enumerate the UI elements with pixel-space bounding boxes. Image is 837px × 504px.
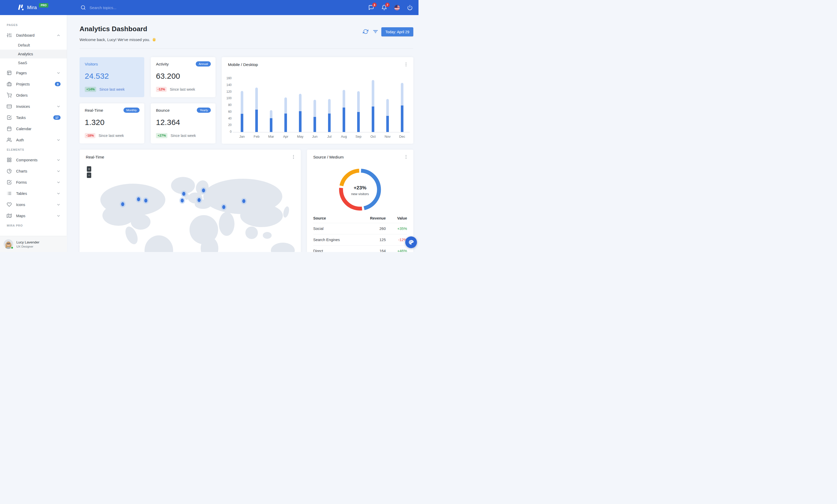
sidebar-item-components[interactable]: Components (0, 154, 67, 166)
calendar-icon (7, 126, 12, 131)
messages-count-badge: 3 (372, 3, 377, 7)
sidebar-item-label: Maps (16, 214, 25, 218)
bar-mobile-segment (328, 114, 331, 132)
check-square-icon (7, 180, 12, 185)
sidebar-item-projects[interactable]: Projects8 (0, 78, 67, 90)
source-cell: Search Engines (313, 238, 361, 242)
stat-title: Bounce (156, 108, 170, 113)
map-visitor-dot[interactable] (198, 198, 201, 202)
chevron-down-icon (56, 203, 60, 207)
bar-mobile-segment (284, 114, 287, 132)
map-visitor-dot[interactable] (182, 192, 185, 195)
bar-jul[interactable] (328, 99, 331, 132)
header-divider (79, 48, 413, 49)
sidebar-user[interactable]: Lucy Lavender UX Designer (0, 236, 67, 252)
stat-card-visitors: Visitors24.532+14%Since last week (79, 57, 144, 97)
kebab-menu-icon[interactable] (404, 62, 409, 67)
kebab-menu-icon[interactable] (404, 154, 409, 160)
map-visitor-dot[interactable] (181, 199, 184, 202)
map-zoom-in-button[interactable]: + (87, 166, 91, 172)
bar-oct[interactable] (372, 80, 374, 132)
stat-change-chip: -18% (85, 133, 95, 138)
map-visitor-dot[interactable] (222, 205, 225, 209)
sidebar-item-label: Tables (16, 191, 27, 195)
chevron-down-icon (56, 191, 60, 195)
map-visitor-dot[interactable] (242, 199, 245, 203)
sidebar-item-badge: 8 (55, 82, 60, 86)
sidebar-item-calendar[interactable]: Calendar (0, 123, 67, 134)
sidebar-item-forms[interactable]: Forms (0, 177, 67, 188)
kebab-menu-icon[interactable] (291, 154, 296, 160)
bar-mobile-segment (372, 107, 374, 132)
y-axis-tick: 40 (222, 117, 232, 120)
date-range-button[interactable]: Today: April 29 (381, 27, 413, 36)
sidebar-subitem-analytics[interactable]: Analytics (0, 50, 67, 58)
stat-period-badge[interactable]: Annual (196, 61, 211, 67)
pro-badge: PRO (39, 3, 49, 7)
sidebar-item-label: Projects (16, 82, 30, 86)
sidebar-item-tasks[interactable]: Tasks17 (0, 112, 67, 123)
stat-period-badge[interactable]: Yearly (197, 108, 211, 113)
users-icon (7, 137, 12, 142)
sidebar-item-maps[interactable]: Maps (0, 210, 67, 221)
sidebar-item-pages[interactable]: Pages (0, 67, 67, 78)
sidebar-item-icons[interactable]: Icons (0, 199, 67, 210)
messages-icon[interactable]: 3 (368, 5, 374, 11)
bar-jan[interactable] (241, 91, 243, 132)
sidebar-item-auth[interactable]: Auth (0, 134, 67, 146)
filter-icon[interactable] (373, 29, 378, 34)
bar-jun[interactable] (314, 100, 316, 132)
sidebar-subitem-default[interactable]: Default (0, 41, 67, 50)
bar-apr[interactable] (284, 97, 287, 132)
stat-value: 1.320 (85, 118, 105, 127)
stat-title: Visitors (85, 62, 98, 67)
y-axis-tick: 140 (222, 83, 232, 87)
map-visitor-dot[interactable] (137, 197, 140, 201)
revenue-cell: 260 (361, 226, 386, 231)
sidebar-item-label: Invoices (16, 105, 30, 109)
palette-icon (408, 239, 414, 245)
stat-title: Real-Time (85, 108, 103, 113)
notifications-bell-icon[interactable]: 7 (381, 5, 387, 11)
bar-dec[interactable] (401, 83, 404, 132)
x-axis-label: Jan (235, 135, 249, 138)
sidebar-subitem-saas[interactable]: SaaS (0, 58, 67, 67)
chevron-down-icon (56, 214, 60, 218)
search-input[interactable] (89, 5, 149, 10)
sidebar: PAGESDashboardDefaultAnalyticsSaaSPagesP… (0, 15, 67, 252)
stat-period-badge[interactable]: Monthly (123, 108, 140, 113)
sidebar-item-charts[interactable]: Charts (0, 166, 67, 177)
world-map[interactable] (79, 165, 301, 252)
source-table: Source Revenue Value Social260+35%Search… (313, 213, 407, 252)
briefcase-icon (7, 81, 12, 87)
sidebar-item-dashboard[interactable]: Dashboard (0, 30, 67, 41)
bar-may[interactable] (299, 94, 302, 132)
search-box[interactable] (81, 5, 149, 10)
donut-center-value: +23% (337, 185, 384, 191)
refresh-icon[interactable] (363, 29, 368, 34)
online-status-dot (11, 246, 14, 249)
y-axis-tick: 60 (222, 110, 232, 114)
stat-value: 63.200 (156, 72, 180, 80)
brand[interactable]: Mira PRO (17, 4, 48, 12)
sidebar-section-label-pages: PAGES (0, 23, 67, 26)
map-zoom-out-button[interactable]: − (87, 172, 91, 178)
map-visitor-dot[interactable] (121, 202, 124, 206)
sidebar-item-orders[interactable]: Orders (0, 90, 67, 101)
bar-feb[interactable] (255, 88, 258, 132)
map-visitor-dot[interactable] (202, 189, 205, 192)
language-flag-icon[interactable] (394, 5, 400, 11)
app-root: Mira PRO 3 7 PAGESDashboardDefaul (0, 0, 418, 252)
bar-mar[interactable] (270, 110, 272, 132)
map-visitor-dot[interactable] (144, 199, 147, 202)
theme-settings-fab[interactable] (405, 237, 417, 248)
bar-sep[interactable] (357, 91, 360, 132)
grid-icon (7, 157, 12, 162)
chevron-down-icon (56, 180, 60, 184)
sidebar-item-tables[interactable]: Tables (0, 188, 67, 199)
bar-nov[interactable] (386, 99, 389, 132)
sidebar-item-invoices[interactable]: Invoices (0, 101, 67, 112)
bar-aug[interactable] (343, 90, 345, 132)
power-icon[interactable] (407, 5, 413, 11)
bar-mobile-segment (255, 110, 258, 132)
